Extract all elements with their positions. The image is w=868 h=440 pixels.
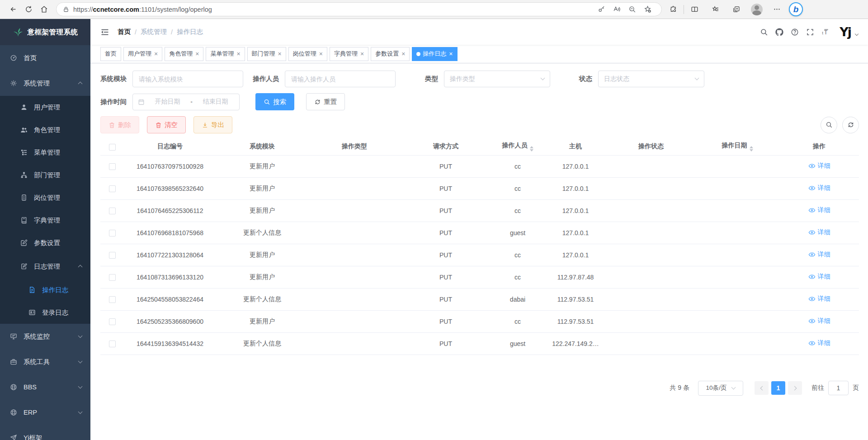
sidebar-item-dept-mgmt[interactable]: 部门管理 (0, 164, 90, 186)
tab-close-icon[interactable]: × (401, 51, 405, 57)
col-date[interactable]: 操作日期 (695, 138, 779, 155)
tab-close-icon[interactable]: × (278, 51, 282, 57)
tab-close-icon[interactable]: × (154, 51, 158, 57)
reset-button[interactable]: 重置 (306, 93, 345, 110)
sort-carets-icon[interactable] (750, 146, 753, 151)
tab-home[interactable]: 首页 (100, 47, 121, 61)
sidebar-item-user-mgmt[interactable]: 用户管理 (0, 96, 90, 118)
delete-button[interactable]: 删除 (100, 116, 139, 133)
status-select[interactable]: 日志状态 (598, 71, 704, 87)
sort-carets-icon[interactable] (530, 146, 533, 151)
browser-refresh-button[interactable] (21, 2, 36, 17)
page-number-current[interactable]: 1 (771, 381, 785, 395)
bing-chat-icon[interactable]: b (789, 2, 803, 16)
sidebar-item-yi-framework[interactable]: Yi框架 (0, 425, 90, 440)
sidebar-item-bbs[interactable]: BBS (0, 374, 90, 400)
sidebar-item-oper-log[interactable]: 操作日志 (0, 279, 90, 301)
row-checkbox[interactable] (109, 208, 116, 214)
row-checkbox[interactable] (109, 252, 116, 259)
module-input[interactable] (132, 71, 243, 87)
avatar-caret-icon[interactable] (855, 32, 859, 35)
browser-home-button[interactable] (36, 2, 52, 17)
add-favorite-icon[interactable] (640, 3, 655, 16)
sidebar-item-home[interactable]: 首页 (0, 45, 90, 71)
prev-page-button[interactable] (755, 381, 769, 395)
split-screen-icon[interactable] (687, 2, 702, 17)
tab-close-icon[interactable]: × (449, 51, 453, 57)
operator-input[interactable] (285, 71, 396, 87)
password-key-icon[interactable] (594, 3, 609, 16)
sidebar-item-label: 系统监控 (24, 332, 50, 341)
row-checkbox[interactable] (109, 163, 116, 170)
sidebar-fold-icon[interactable] (100, 28, 109, 37)
export-button[interactable]: 导出 (193, 116, 232, 133)
browser-back-button[interactable] (5, 2, 21, 17)
page-size-select[interactable]: 10条/页 (698, 381, 743, 396)
zoom-out-icon[interactable] (624, 3, 640, 16)
user-logo-avatar[interactable]: Yj (840, 26, 851, 38)
tab-close-icon[interactable]: × (195, 51, 199, 57)
row-checkbox[interactable] (109, 274, 116, 281)
row-checkbox[interactable] (109, 341, 116, 347)
col-operator[interactable]: 操作人员 (491, 138, 544, 155)
sidebar-item-param-settings[interactable]: 参数设置 (0, 232, 90, 254)
sidebar-item-login-log[interactable]: 登录日志 (0, 301, 90, 324)
extensions-icon[interactable] (665, 2, 681, 17)
font-size-icon[interactable]: tT (818, 24, 833, 40)
tab-dept-mgmt[interactable]: 部门管理× (247, 47, 286, 61)
detail-link[interactable]: 详细 (808, 251, 830, 259)
browser-menu-icon[interactable] (769, 2, 784, 17)
sidebar-item-system-tools[interactable]: 系统工具 (0, 349, 90, 374)
profile-avatar[interactable] (749, 2, 764, 17)
tab-close-icon[interactable]: × (319, 51, 323, 57)
select-all-checkbox[interactable] (109, 144, 116, 151)
detail-link[interactable]: 详细 (808, 162, 830, 170)
tab-oper-log[interactable]: 操作日志× (412, 47, 457, 61)
sidebar-item-log-mgmt[interactable]: 日志管理 (0, 254, 90, 279)
refresh-table-button[interactable] (842, 117, 859, 133)
fullscreen-icon[interactable] (802, 24, 818, 40)
sidebar-item-system-mgmt[interactable]: 系统管理 (0, 71, 90, 96)
collections-icon[interactable] (728, 2, 744, 17)
clear-button[interactable]: 清空 (147, 116, 186, 133)
tab-param-settings[interactable]: 参数设置× (371, 47, 410, 61)
detail-link[interactable]: 详细 (808, 339, 830, 347)
detail-link[interactable]: 详细 (808, 317, 830, 325)
breadcrumb-home[interactable]: 首页 (118, 28, 131, 36)
detail-link[interactable]: 详细 (808, 273, 830, 281)
tab-close-icon[interactable]: × (236, 51, 240, 57)
show-search-toggle-button[interactable] (821, 117, 837, 133)
breadcrumb: 首页 / 系统管理 / 操作日志 (118, 28, 203, 36)
sidebar-item-dict-mgmt[interactable]: 字典管理 (0, 209, 90, 232)
detail-link[interactable]: 详细 (808, 295, 830, 303)
github-icon[interactable] (772, 24, 787, 40)
next-page-button[interactable] (788, 381, 802, 395)
detail-link[interactable]: 详细 (808, 228, 830, 237)
row-checkbox[interactable] (109, 185, 116, 192)
row-checkbox[interactable] (109, 296, 116, 303)
goto-page-input[interactable] (828, 381, 849, 395)
sidebar-item-post-mgmt[interactable]: 岗位管理 (0, 186, 90, 209)
sidebar-item-menu-mgmt[interactable]: 菜单管理 (0, 141, 90, 164)
sidebar-item-system-monitor[interactable]: 系统监控 (0, 324, 90, 349)
date-range-picker[interactable]: 开始日期 - 结束日期 (132, 94, 240, 110)
header-search-icon[interactable] (756, 24, 772, 40)
row-checkbox[interactable] (109, 230, 116, 237)
help-icon[interactable] (787, 24, 802, 40)
detail-link[interactable]: 详细 (808, 206, 830, 214)
row-checkbox[interactable] (109, 318, 116, 325)
tab-close-icon[interactable]: × (360, 51, 364, 57)
tab-user-mgmt[interactable]: 用户管理× (123, 47, 162, 61)
detail-link[interactable]: 详细 (808, 184, 830, 192)
sidebar-item-erp[interactable]: ERP (0, 400, 90, 425)
address-bar[interactable]: https://ccnetcore.com:1101/system/log/op… (56, 2, 662, 16)
tab-role-mgmt[interactable]: 角色管理× (165, 47, 203, 61)
tab-menu-mgmt[interactable]: 菜单管理× (206, 47, 245, 61)
favorites-icon[interactable] (708, 2, 723, 17)
sidebar-item-role-mgmt[interactable]: 角色管理 (0, 118, 90, 141)
type-select[interactable]: 操作类型 (444, 71, 550, 87)
tab-post-mgmt[interactable]: 岗位管理× (288, 47, 327, 61)
search-button[interactable]: 搜索 (255, 93, 294, 110)
tab-dict-mgmt[interactable]: 字典管理× (330, 47, 368, 61)
read-aloud-icon[interactable] (609, 3, 624, 16)
